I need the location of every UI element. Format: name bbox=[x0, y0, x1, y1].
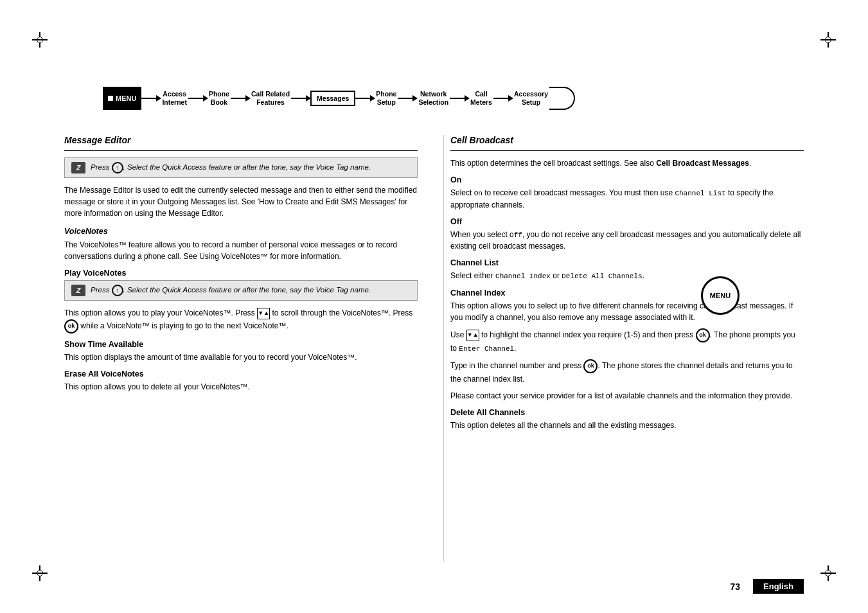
nav-item-phone-setup[interactable]: Phone Setup bbox=[375, 90, 398, 106]
off-title: Off bbox=[450, 217, 804, 226]
z-icon-2: Z bbox=[71, 285, 85, 296]
cell-broadcast-title: Cell Broadcast bbox=[450, 135, 804, 145]
nav-label-call-meters2: Meters bbox=[470, 98, 492, 107]
ok-btn-inline-1: ok bbox=[64, 319, 78, 333]
nav-label-call-meters1: Call bbox=[475, 90, 487, 98]
menu-circle-button[interactable]: MENU bbox=[701, 276, 740, 315]
nav-label-access: Access bbox=[163, 90, 186, 98]
nav-item-network-selection[interactable]: Network Selection bbox=[417, 90, 450, 106]
nav-end-cap bbox=[549, 87, 575, 110]
nav-item-phone-book[interactable]: Phone Book bbox=[208, 90, 231, 106]
voicenotes-intro: The VoiceNotes™ feature allows you to re… bbox=[64, 239, 418, 262]
channel-index-text1: This option allows you to select up to f… bbox=[450, 300, 804, 323]
cell-broadcast-intro: This option determines the cell broadcas… bbox=[450, 157, 804, 169]
nav-arrow-7 bbox=[450, 98, 469, 99]
menu-label: MENU bbox=[116, 94, 136, 102]
nav-label-selection: Selection bbox=[418, 98, 448, 107]
nav-arrow-8 bbox=[493, 98, 513, 99]
crosshair-top-right bbox=[820, 32, 836, 48]
channel-index-text2: Use ▼▲ to highlight the channel index yo… bbox=[450, 328, 804, 355]
up-arrow-icon-1: ↑ bbox=[112, 162, 123, 173]
channel-index-text3: Type in the channel number and press ok.… bbox=[450, 359, 804, 385]
erase-text: This option allows you to delete all you… bbox=[64, 381, 418, 393]
nav-arrow-2 bbox=[188, 98, 208, 99]
nav-arrow-4 bbox=[291, 98, 310, 99]
play-voicenotes-title: Play VoiceNotes bbox=[64, 269, 418, 278]
show-time-title: Show Time Available bbox=[64, 340, 418, 349]
navigation-bar: MENU Access Internet Phone Book Call Rel… bbox=[103, 82, 765, 114]
nav-label-phone-setup2: Setup bbox=[377, 98, 396, 107]
nav-item-messages[interactable]: Messages bbox=[310, 91, 355, 107]
nav-label-messages: Messages bbox=[317, 94, 349, 103]
page-number: 73 bbox=[730, 582, 740, 592]
channel-list-title: Channel List bbox=[450, 258, 804, 267]
channel-index-text4: Please contact your service provider for… bbox=[450, 390, 804, 402]
nav-item-access-internet[interactable]: Access Internet bbox=[161, 90, 188, 106]
nav-btn-inline-1: ▼▲ bbox=[257, 308, 270, 319]
left-column: Message Editor Z Press ↑. Select the Qui… bbox=[64, 135, 424, 562]
nav-menu-box: MENU bbox=[103, 87, 141, 110]
divider-1 bbox=[64, 150, 418, 151]
nav-btn-inline-2: ▼▲ bbox=[466, 330, 479, 341]
nav-item-call-meters[interactable]: Call Meters bbox=[469, 90, 493, 106]
nav-arrow-1 bbox=[141, 98, 161, 99]
on-text: Select On to receive cell broadcast mess… bbox=[450, 187, 804, 211]
up-arrow-icon-2: ↑ bbox=[112, 285, 123, 296]
nav-label-accessory2: Setup bbox=[522, 98, 540, 107]
nav-arrow-6 bbox=[398, 98, 417, 99]
nav-label-accessory1: Accessory bbox=[514, 90, 548, 98]
nav-label-book: Book bbox=[211, 98, 227, 107]
nav-label-call-related: Call Related bbox=[251, 90, 290, 98]
menu-square-icon bbox=[108, 96, 113, 101]
channel-list-text: Select either Channel Index or Delete Al… bbox=[450, 270, 804, 282]
divider-2 bbox=[450, 150, 804, 151]
message-editor-title: Message Editor bbox=[64, 135, 418, 145]
crosshair-top-left bbox=[32, 32, 48, 48]
main-content: Message Editor Z Press ↑. Select the Qui… bbox=[64, 135, 804, 562]
nav-label-network: Network bbox=[420, 90, 447, 98]
nav-item-call-related[interactable]: Call Related Features bbox=[250, 90, 291, 106]
nav-arrow-3 bbox=[231, 98, 250, 99]
page-footer: 73 English bbox=[0, 579, 868, 594]
off-text: When you select Off, you do not receive … bbox=[450, 229, 804, 253]
voicenotes-title: VoiceNotes bbox=[64, 227, 418, 236]
erase-title: Erase All VoiceNotes bbox=[64, 369, 418, 378]
note-box-2: Z Press ↑. Select the Quick Access featu… bbox=[64, 280, 418, 301]
delete-channels-text: This option deletes all the channels and… bbox=[450, 420, 804, 431]
nav-label-features: Features bbox=[256, 98, 285, 107]
note-text-1: Press ↑. Select the Quick Access feature… bbox=[91, 162, 411, 173]
note-text-2: Press ↑. Select the Quick Access feature… bbox=[91, 285, 411, 296]
delete-channels-title: Delete All Channels bbox=[450, 408, 804, 417]
nav-arrow-5 bbox=[355, 98, 375, 99]
show-time-text: This option displays the amount of time … bbox=[64, 351, 418, 363]
ok-btn-inline-2: ok bbox=[696, 328, 710, 342]
language-label: English bbox=[753, 579, 804, 594]
nav-item-accessory-setup[interactable]: Accessory Setup bbox=[513, 90, 549, 106]
nav-label-internet: Internet bbox=[162, 98, 187, 107]
message-editor-intro: The Message Editor is used to edit the c… bbox=[64, 184, 418, 219]
note-box-1: Z Press ↑. Select the Quick Access featu… bbox=[64, 157, 418, 178]
menu-circle-label: MENU bbox=[710, 292, 731, 299]
nav-label-phone: Phone bbox=[209, 90, 229, 98]
channel-index-title: Channel Index bbox=[450, 289, 804, 298]
play-voicenotes-text: This option allows you to play your Voic… bbox=[64, 307, 418, 333]
on-title: On bbox=[450, 175, 804, 184]
right-column: Cell Broadcast This option determines th… bbox=[443, 135, 804, 562]
nav-label-phone-setup1: Phone bbox=[376, 90, 396, 98]
ok-btn-inline-3: ok bbox=[583, 359, 598, 373]
z-icon-1: Z bbox=[71, 162, 85, 173]
